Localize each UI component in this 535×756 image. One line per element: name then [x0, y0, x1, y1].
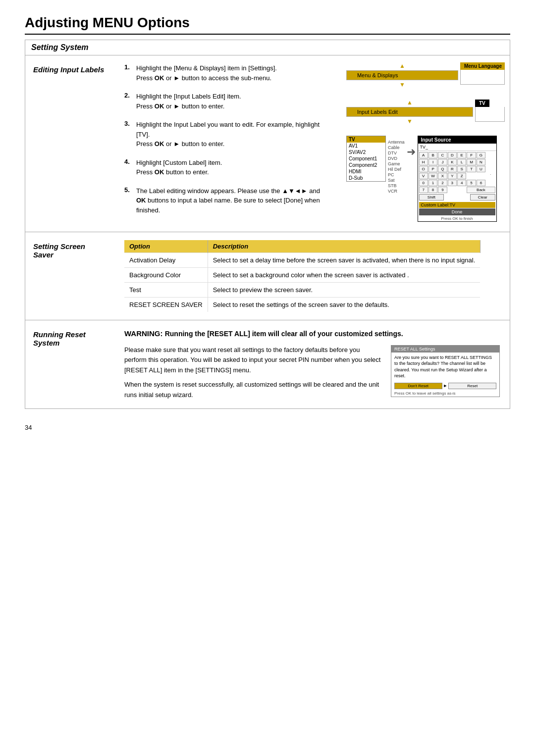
diagrams-col: ▲ ◄ Menu & Displays ► ▼	[341, 55, 510, 232]
step-2: 2. Highlight the [Input Labels Edit] ite…	[124, 92, 331, 111]
desc-activation-delay: Select to set a delay time before the sc…	[208, 253, 480, 268]
right-arrow-icon: ►	[450, 72, 456, 78]
screen-saver-table: Option Description Activation Delay Sele…	[124, 240, 481, 312]
custom-label-row: Custom Label:TV	[419, 202, 495, 208]
reset-button[interactable]: Reset	[448, 383, 496, 389]
key-o: O	[419, 166, 428, 172]
reset-dialog-buttons: Don't Reset ► Reset	[391, 381, 499, 391]
desc-background-color: Select to set a background color when th…	[208, 268, 480, 283]
key-n: N	[477, 159, 485, 165]
dont-reset-button[interactable]: Don't Reset	[394, 383, 442, 389]
setting-system-header: Setting System	[25, 40, 510, 55]
running-reset-content: WARNING: Running the [RESET ALL] item wi…	[114, 320, 510, 408]
key-c: C	[438, 152, 447, 158]
step-4: 4. Highlight [Custom Label] item.Press O…	[124, 158, 331, 177]
key-i: I	[428, 159, 437, 165]
col-description: Description	[208, 240, 480, 253]
reset-para-2: When the system is reset successfully, a…	[124, 380, 381, 401]
step-4-text: Highlight [Custom Label] item.Press OK b…	[136, 158, 222, 177]
ant-label-stb: STB	[388, 183, 405, 188]
step-5-num: 5.	[124, 186, 133, 194]
ant-label-sat: Sat	[388, 178, 405, 183]
tv-header-label: TV	[475, 100, 489, 107]
key-z: Z	[457, 173, 466, 179]
key-j: J	[438, 159, 447, 165]
key-g: G	[477, 152, 485, 158]
key-d: D	[448, 152, 457, 158]
input-svav2: SV/AV2	[347, 149, 385, 155]
step-1-text: Highlight the [Menu & Displays] item in …	[136, 63, 277, 83]
left-arrow-icon: ◄	[349, 72, 354, 78]
key-s: S	[457, 166, 466, 172]
desc-test: Select to preview the screen saver.	[208, 283, 480, 298]
option-activation-delay: Activation Delay	[124, 253, 208, 268]
col-option: Option	[124, 240, 208, 253]
option-test: Test	[124, 283, 208, 298]
key-2: 2	[438, 180, 447, 186]
left-arrow-icon-2: ◄	[349, 109, 354, 115]
key-back: Back	[467, 187, 495, 193]
reset-dialog-body: Are you sure you want to RESET ALL SETTI…	[391, 353, 499, 381]
key-6: 6	[477, 180, 485, 186]
key-0: 0	[419, 180, 428, 186]
ant-label-dvd: DVD	[388, 156, 405, 161]
step-5: 5. The Label editing window appears. Ple…	[124, 186, 331, 215]
press-ok-reset-label: Press OK to leave all settings as-is	[391, 391, 499, 397]
key-dot: ·	[486, 173, 495, 179]
input-dsub: D-Sub	[347, 175, 385, 181]
table-row: Activation Delay Select to set a delay t…	[124, 253, 480, 268]
running-reset-label: Running Reset System	[25, 320, 114, 408]
ant-label-dtv: DTV	[388, 151, 405, 155]
key-p: P	[428, 166, 437, 172]
key-e: E	[457, 152, 466, 158]
input-comp2: Component2	[347, 162, 385, 168]
key-q: Q	[438, 166, 447, 172]
key-4: 4	[457, 180, 466, 186]
page-title: Adjusting MENU Options	[25, 15, 510, 35]
keyboard-grid: A B C D E F G H I	[418, 151, 496, 193]
key-t: T	[467, 166, 476, 172]
input-hdmi: HDMI	[347, 168, 385, 175]
table-row: Test Select to preview the screen saver.	[124, 283, 480, 298]
editing-steps-col: 1. Highlight the [Menu & Displays] item …	[114, 55, 341, 232]
step-1: 1. Highlight the [Menu & Displays] item …	[124, 63, 331, 83]
key-y: Y	[448, 173, 457, 179]
key-h: H	[419, 159, 428, 165]
editing-input-labels-label: Editing Input Labels	[25, 55, 114, 232]
menu-displays-box: ◄ Menu & Displays ►	[346, 70, 458, 80]
key-7: 7	[419, 187, 428, 193]
input-labels-edit-row: ◄ Input Labels Edit ►	[347, 107, 473, 116]
key-f: F	[467, 152, 476, 158]
editing-input-labels-section: Editing Input Labels 1. Highlight the [M…	[25, 55, 510, 232]
key-b: B	[428, 152, 437, 158]
diagram-2: ▲ ◄ Input Labels Edit ► ▼	[346, 99, 505, 125]
warning-word: WARNING:	[124, 329, 165, 338]
table-row: Background Color Select to set a backgro…	[124, 268, 480, 283]
menu-displays-label: Menu & Displays	[355, 72, 449, 79]
step-1-num: 1.	[124, 63, 133, 71]
arrow-between-buttons: ►	[443, 383, 448, 388]
step-2-num: 2.	[124, 92, 133, 99]
reset-dialog-col: RESET ALL Settings Are you sure you want…	[391, 345, 500, 401]
right-arrow-large-icon: ➜	[407, 146, 416, 158]
option-background-color: Background Color	[124, 268, 208, 283]
ant-label-game: Game	[388, 161, 405, 166]
key-r: R	[448, 166, 457, 172]
key-x: X	[438, 173, 447, 179]
key-1: 1	[428, 180, 437, 186]
page-number: 34	[25, 424, 510, 431]
done-button: Done	[419, 208, 495, 215]
key-u: U	[477, 166, 485, 172]
input-labels-edit-label: Input Labels Edit	[355, 108, 464, 115]
reset-para-1: Please make sure that you want reset all…	[124, 345, 381, 376]
input-comp1: Component1	[347, 155, 385, 162]
menu-displays-row: ◄ Menu & Displays ►	[347, 71, 458, 80]
reset-text-col: Please make sure that you want reset all…	[124, 345, 381, 401]
input-source-title: Input Source	[418, 136, 496, 144]
input-labels-edit-box: ◄ Input Labels Edit ►	[346, 107, 473, 117]
desc-reset-screen-saver: Select to reset the settings of the scre…	[208, 298, 480, 312]
step-3: 3. Highlight the Input Label you want to…	[124, 120, 331, 149]
menu-language-header: Menu Language	[460, 62, 505, 70]
key-3: 3	[448, 180, 457, 186]
setting-screen-saver-label: Setting Screen Saver	[25, 232, 114, 320]
